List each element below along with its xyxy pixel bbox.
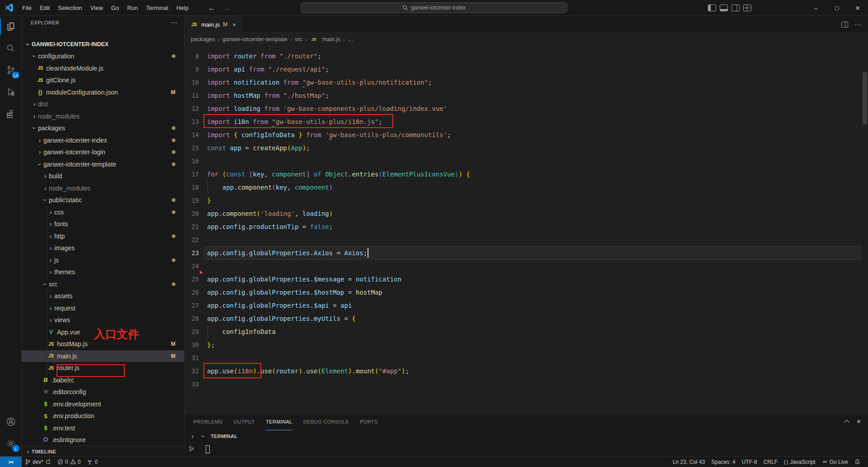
panel-tab-terminal[interactable]: TERMINAL bbox=[266, 413, 292, 430]
code-line-20[interactable]: 20app.component('loading', loading) bbox=[184, 207, 868, 220]
tree-folder-images[interactable]: ›images bbox=[22, 242, 184, 254]
code-line-17[interactable]: 17for (const [key, component] of Object.… bbox=[184, 167, 868, 181]
tree-file--env-test[interactable]: $.env.test bbox=[22, 422, 184, 434]
menu-help[interactable]: Help bbox=[172, 0, 193, 16]
activity-extensions-icon[interactable] bbox=[0, 103, 22, 124]
code-line-16[interactable]: 16 bbox=[184, 154, 868, 167]
tree-file-moduleconfiguration-json[interactable]: {}moduleConfiguration.jsonM bbox=[22, 86, 184, 99]
tree-file-gitclone-js[interactable]: JSgitClone.js bbox=[22, 74, 184, 86]
code-line-23[interactable]: 23app.config.globalProperties.Axios = Ax… bbox=[184, 246, 868, 259]
tree-folder-node-modules[interactable]: ›node_modules bbox=[22, 182, 184, 195]
tree-file--editorconfig[interactable]: .editorconfig bbox=[22, 386, 184, 398]
code-line-12[interactable]: 12import loading from 'gw-base-component… bbox=[184, 102, 868, 115]
tree-folder-public-static[interactable]: ›public\static bbox=[22, 194, 184, 206]
breadcrumb-segment[interactable]: src bbox=[295, 36, 302, 43]
panel-tab-debug-console[interactable]: DEBUG CONSOLE bbox=[303, 413, 349, 430]
activity-explorer-icon[interactable] bbox=[0, 16, 22, 38]
tree-folder-ganwei-iotcenter-login[interactable]: ›ganwei-iotcenter-login bbox=[22, 146, 184, 158]
language-mode[interactable]: { }JavaScript bbox=[781, 457, 819, 467]
timeline-section[interactable]: › TIMELINE bbox=[22, 446, 184, 456]
code-line-33[interactable]: 33 bbox=[184, 377, 868, 391]
code-line-8[interactable]: 8import router from "./router"; bbox=[184, 49, 868, 62]
command-center-search[interactable]: ganwei-iotcenter-index bbox=[301, 2, 567, 13]
tree-file-main-js[interactable]: JSmain.jsM bbox=[22, 350, 184, 362]
activity-account-icon[interactable] bbox=[0, 411, 22, 433]
back-arrow-icon[interactable]: ← bbox=[208, 4, 215, 12]
activity-settings-icon[interactable]: 1 bbox=[0, 433, 22, 454]
editor-scrollbar[interactable] bbox=[863, 72, 867, 124]
menu-view[interactable]: View bbox=[86, 0, 107, 16]
terminal-section-header[interactable]: › › TERMINAL bbox=[184, 430, 868, 442]
go-live-button[interactable]: Go Live bbox=[819, 457, 851, 467]
code-line-10[interactable]: 10import notification from "gw-base-util… bbox=[184, 76, 868, 89]
tree-root-item[interactable]: › GANWEI-IOTCENTER-INDEX bbox=[22, 38, 184, 50]
notifications-bell[interactable] bbox=[851, 457, 863, 467]
tree-folder-node-modules[interactable]: ›node_modules bbox=[22, 110, 184, 123]
menu-selection[interactable]: Selection bbox=[54, 0, 86, 16]
explorer-more-actions-icon[interactable]: ⋯ bbox=[170, 19, 178, 27]
branch-indicator[interactable]: dev* bbox=[22, 457, 54, 467]
code-editor[interactable]: 8import router from "./router";9import a… bbox=[184, 46, 868, 413]
tree-folder-js[interactable]: ›js bbox=[22, 254, 184, 267]
menu-go[interactable]: Go bbox=[107, 0, 123, 16]
indentation[interactable]: Spaces: 4 bbox=[708, 457, 738, 467]
tree-folder-packages[interactable]: ›packages bbox=[22, 122, 184, 134]
tree-folder-assets[interactable]: ›assets bbox=[22, 290, 184, 302]
ports-indicator[interactable]: 0 bbox=[84, 457, 101, 467]
tree-folder-css[interactable]: ›css bbox=[22, 206, 184, 219]
breadcrumb-file[interactable]: main.js bbox=[322, 36, 340, 43]
code-line-22[interactable]: 22 bbox=[184, 233, 868, 246]
cursor-position[interactable]: Ln 23, Col 43 bbox=[670, 457, 708, 467]
code-line-14[interactable]: 14import { configInfoData } from 'gw-bas… bbox=[184, 128, 868, 141]
panel-close-icon[interactable]: × bbox=[857, 418, 861, 426]
breadcrumb[interactable]: packages›ganwei-iotcenter-template›src›J… bbox=[184, 33, 868, 46]
tree-folder-views[interactable]: ›views bbox=[22, 314, 184, 326]
menu-terminal[interactable]: Terminal bbox=[142, 0, 172, 16]
code-line-15[interactable]: 15const app = createApp(App); bbox=[184, 141, 868, 154]
activity-search-icon[interactable] bbox=[0, 38, 22, 59]
close-button[interactable]: ✕ bbox=[847, 0, 868, 16]
customize-layout-icon[interactable] bbox=[743, 5, 751, 11]
tree-folder-themes[interactable]: ›themes bbox=[22, 266, 184, 278]
tree-folder-src[interactable]: ›src bbox=[22, 278, 184, 291]
tree-file--env-production[interactable]: $.env.production bbox=[22, 410, 184, 422]
toggle-secondary-sidebar-icon[interactable] bbox=[731, 5, 740, 11]
code-line-29[interactable]: 29 configInfoData bbox=[184, 325, 868, 338]
activity-source-control-icon[interactable]: 14 bbox=[0, 59, 22, 81]
terminal-content[interactable] bbox=[184, 442, 868, 457]
activity-run-debug-icon[interactable] bbox=[0, 81, 22, 103]
panel-tab-ports[interactable]: PORTS bbox=[360, 413, 378, 430]
tab-close-icon[interactable]: × bbox=[232, 21, 236, 28]
minimize-button[interactable]: – bbox=[806, 0, 826, 16]
menu-edit[interactable]: Edit bbox=[36, 0, 54, 16]
menu-file[interactable]: File bbox=[18, 0, 36, 16]
breadcrumb-segment[interactable]: ganwei-iotcenter-template bbox=[222, 36, 288, 43]
editor-more-actions-icon[interactable]: ⋯ bbox=[854, 20, 862, 29]
problems-indicator[interactable]: 0 0 bbox=[54, 457, 84, 467]
toggle-panel-icon[interactable] bbox=[720, 5, 728, 11]
breadcrumb-tail[interactable]: … bbox=[348, 36, 354, 43]
tree-folder-configuration[interactable]: ›configuration bbox=[22, 50, 184, 62]
code-line-28[interactable]: 28app.config.globalProperties.myUtils = … bbox=[184, 312, 868, 325]
code-line-25[interactable]: 25app.config.globalProperties.$message =… bbox=[184, 272, 868, 286]
panel-tab-output[interactable]: OUTPUT bbox=[233, 413, 255, 430]
code-line-31[interactable]: 31 bbox=[184, 351, 868, 364]
panel-maximize-icon[interactable] bbox=[844, 419, 849, 425]
toggle-primary-sidebar-icon[interactable] bbox=[708, 5, 716, 11]
tab-mainjs[interactable]: JS main.js M × bbox=[184, 16, 242, 33]
tree-file-cleannodemodule-js[interactable]: JScleanNodeModule.js bbox=[22, 62, 184, 75]
code-line-30[interactable]: 30}; bbox=[184, 338, 868, 351]
tree-folder-http[interactable]: ›http bbox=[22, 230, 184, 243]
tree-folder-ganwei-iotcenter-template[interactable]: ›ganwei-iotcenter-template bbox=[22, 158, 184, 171]
remote-indicator[interactable]: >< bbox=[0, 457, 22, 467]
code-line-24[interactable]: 24 bbox=[184, 259, 868, 272]
tree-file--eslintignore[interactable]: .eslintignore bbox=[22, 434, 184, 446]
menu-run[interactable]: Run bbox=[123, 0, 142, 16]
panel-tab-problems[interactable]: PROBLEMS bbox=[193, 413, 222, 430]
code-line-32[interactable]: 32app.use(i18n).use(router).use(Element)… bbox=[184, 364, 868, 377]
code-line-9[interactable]: 9import api from "./request/api"; bbox=[184, 62, 868, 76]
code-line-11[interactable]: 11import hostMap from "./hostMap"; bbox=[184, 89, 868, 102]
code-line-27[interactable]: 27app.config.globalProperties.$api = api bbox=[184, 299, 868, 312]
forward-arrow-icon[interactable]: → bbox=[223, 4, 231, 12]
code-line-26[interactable]: 26app.config.globalProperties.$hostMap =… bbox=[184, 286, 868, 299]
